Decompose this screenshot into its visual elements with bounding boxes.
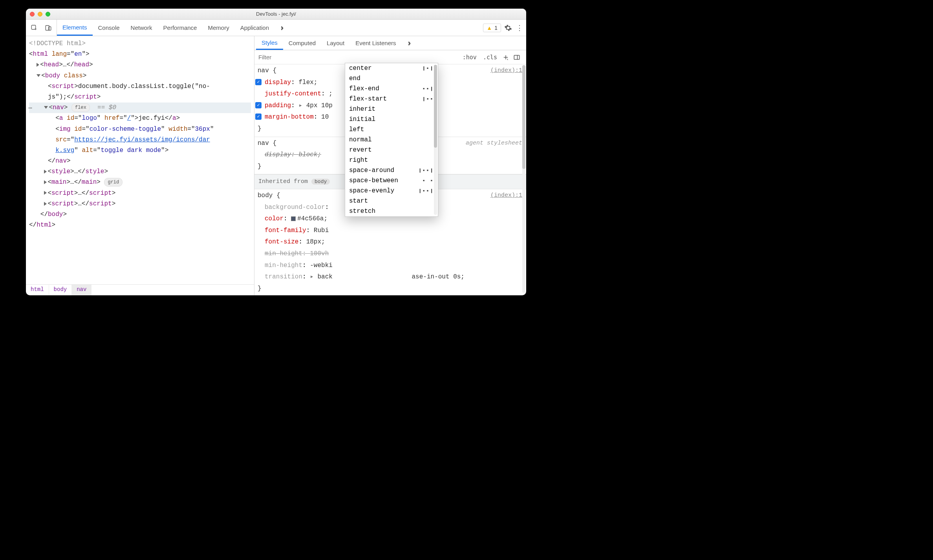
collapse-icon[interactable] bbox=[44, 106, 48, 109]
warning-icon: ▲ bbox=[487, 25, 492, 31]
settings-gear-icon[interactable] bbox=[503, 24, 514, 32]
ac-option-space-around[interactable]: space-around❙▪▪❙ bbox=[345, 165, 438, 176]
ac-option-flex-end[interactable]: flex-end▪▪❙ bbox=[345, 84, 438, 94]
tab-memory[interactable]: Memory bbox=[202, 20, 234, 36]
inherited-from-body[interactable]: body bbox=[311, 179, 330, 185]
window-controls bbox=[30, 12, 50, 16]
ac-option-space-between[interactable]: space-between▪ ▪ bbox=[345, 176, 438, 186]
titlebar: DevTools - jec.fyi/ bbox=[26, 9, 526, 20]
crumb-body[interactable]: body bbox=[49, 285, 72, 295]
autocomplete-popup: center❙▪❙ end flex-end▪▪❙ flex-start❙▪▪ … bbox=[345, 63, 438, 217]
rule-source-link[interactable]: (index):1 bbox=[490, 190, 522, 201]
device-toolbar-icon[interactable] bbox=[43, 23, 53, 33]
devtools-window: DevTools - jec.fyi/ Elements Console Net… bbox=[26, 9, 526, 295]
dom-doctype: <!DOCTYPE html> bbox=[29, 40, 86, 47]
crumb-nav[interactable]: nav bbox=[72, 285, 91, 295]
checkbox-on-icon[interactable]: ✓ bbox=[255, 102, 262, 108]
checkbox-on-icon[interactable]: ✓ bbox=[255, 113, 262, 120]
tab-elements[interactable]: Elements bbox=[57, 20, 93, 36]
ac-option-initial[interactable]: initial bbox=[345, 114, 438, 124]
user-agent-stylesheet-label: agent stylesheet bbox=[466, 138, 522, 149]
ac-option-center[interactable]: center❙▪❙ bbox=[345, 63, 438, 73]
flex-badge[interactable]: flex bbox=[71, 103, 90, 112]
shorthand-expand-icon[interactable]: ▸ bbox=[298, 102, 302, 109]
warnings-indicator[interactable]: ▲ 1 bbox=[483, 24, 501, 32]
subtab-event-listeners[interactable]: Event Listeners bbox=[350, 36, 401, 50]
ac-option-left[interactable]: left bbox=[345, 124, 438, 135]
ac-option-flex-start[interactable]: flex-start❙▪▪ bbox=[345, 94, 438, 104]
panel-tabs: Elements Console Network Performance Mem… bbox=[57, 20, 481, 36]
new-style-rule-icon[interactable] bbox=[500, 54, 511, 61]
subtab-computed[interactable]: Computed bbox=[283, 36, 321, 50]
window-title: DevTools - jec.fyi/ bbox=[26, 11, 526, 17]
ac-option-normal[interactable]: normal bbox=[345, 135, 438, 145]
more-options-icon[interactable]: ⋮ bbox=[515, 24, 524, 32]
dom-html-open: html bbox=[33, 51, 48, 58]
cls-toggle[interactable]: .cls bbox=[480, 54, 500, 61]
scrollbar-thumb[interactable] bbox=[522, 65, 525, 169]
sidebar-subtabs: Styles Computed Layout Event Listeners bbox=[254, 36, 526, 50]
decl-transition[interactable]: transition: ▸ back ase-in-out 0s; bbox=[258, 271, 523, 283]
breadcrumb: html body nav bbox=[26, 284, 254, 295]
styles-filter-bar: :hov .cls bbox=[254, 50, 526, 64]
subtab-styles[interactable]: Styles bbox=[256, 36, 283, 50]
ac-option-space-evenly[interactable]: space-evenly❙▪▪❙ bbox=[345, 186, 438, 196]
svg-rect-0 bbox=[31, 25, 36, 29]
tab-console[interactable]: Console bbox=[93, 20, 125, 36]
decl-font-size[interactable]: font-size: 18px; bbox=[258, 236, 523, 248]
alignment-preview-icon: ❙▪▪❙ bbox=[419, 188, 434, 194]
decl-min-height[interactable]: min-height: -webki bbox=[258, 260, 523, 272]
color-swatch-icon[interactable] bbox=[291, 216, 296, 221]
expand-icon[interactable] bbox=[44, 191, 47, 195]
decl-font-family[interactable]: font-family: Rubi bbox=[258, 225, 523, 237]
toggle-sidebar-icon[interactable] bbox=[511, 54, 522, 61]
inspect-element-icon[interactable] bbox=[29, 23, 39, 33]
alignment-preview-icon: ❙▪❙ bbox=[423, 65, 434, 71]
ac-option-inherit[interactable]: inherit bbox=[345, 104, 438, 114]
alignment-preview-icon: ❙▪▪ bbox=[423, 96, 434, 102]
dom-tree[interactable]: <!DOCTYPE html> <html lang="en"> <head>…… bbox=[26, 36, 254, 284]
alignment-preview-icon: ❙▪▪❙ bbox=[419, 167, 434, 174]
close-window-button[interactable] bbox=[30, 12, 35, 16]
more-tabs-icon[interactable] bbox=[274, 20, 289, 36]
subtab-layout[interactable]: Layout bbox=[321, 36, 350, 50]
grid-badge[interactable]: grid bbox=[104, 178, 123, 187]
checkbox-on-icon[interactable]: ✓ bbox=[255, 79, 262, 85]
alignment-preview-icon: ▪ ▪ bbox=[423, 178, 434, 184]
styles-filter-input[interactable] bbox=[254, 50, 459, 64]
rule-source-link[interactable]: (index):1 bbox=[490, 65, 522, 76]
main-toolbar: Elements Console Network Performance Mem… bbox=[26, 20, 526, 36]
minimize-window-button[interactable] bbox=[38, 12, 42, 16]
tab-network[interactable]: Network bbox=[125, 20, 158, 36]
shorthand-expand-icon[interactable]: ▸ bbox=[310, 273, 314, 280]
ac-option-end[interactable]: end bbox=[345, 73, 438, 84]
warnings-count: 1 bbox=[494, 25, 498, 31]
more-subtabs-icon[interactable] bbox=[402, 36, 417, 50]
dom-selected-nav[interactable]: <nav> flex == $0 bbox=[29, 102, 251, 113]
ac-scrollbar-thumb[interactable] bbox=[434, 65, 437, 148]
tab-application[interactable]: Application bbox=[235, 20, 274, 36]
dollar-zero-label: == $0 bbox=[97, 104, 116, 111]
svg-rect-3 bbox=[514, 55, 520, 59]
ac-option-start[interactable]: start bbox=[345, 196, 438, 206]
ac-option-right[interactable]: right bbox=[345, 155, 438, 165]
elements-panel: <!DOCTYPE html> <html lang="en"> <head>…… bbox=[26, 36, 254, 295]
expand-icon[interactable] bbox=[44, 170, 47, 174]
styles-panel: Styles Computed Layout Event Listeners :… bbox=[254, 36, 526, 295]
zoom-window-button[interactable] bbox=[46, 12, 50, 16]
expand-icon[interactable] bbox=[44, 180, 47, 184]
ac-option-stretch[interactable]: stretch bbox=[345, 206, 438, 216]
collapse-icon[interactable] bbox=[37, 74, 40, 77]
hov-toggle[interactable]: :hov bbox=[459, 54, 480, 61]
alignment-preview-icon: ▪▪❙ bbox=[423, 86, 434, 92]
ac-option-revert[interactable]: revert bbox=[345, 145, 438, 155]
crumb-html[interactable]: html bbox=[26, 285, 49, 295]
expand-icon[interactable] bbox=[37, 63, 39, 67]
decl-min-height-strike[interactable]: min-height: 100vh bbox=[258, 248, 523, 260]
tab-performance[interactable]: Performance bbox=[158, 20, 203, 36]
expand-icon[interactable] bbox=[44, 202, 47, 206]
